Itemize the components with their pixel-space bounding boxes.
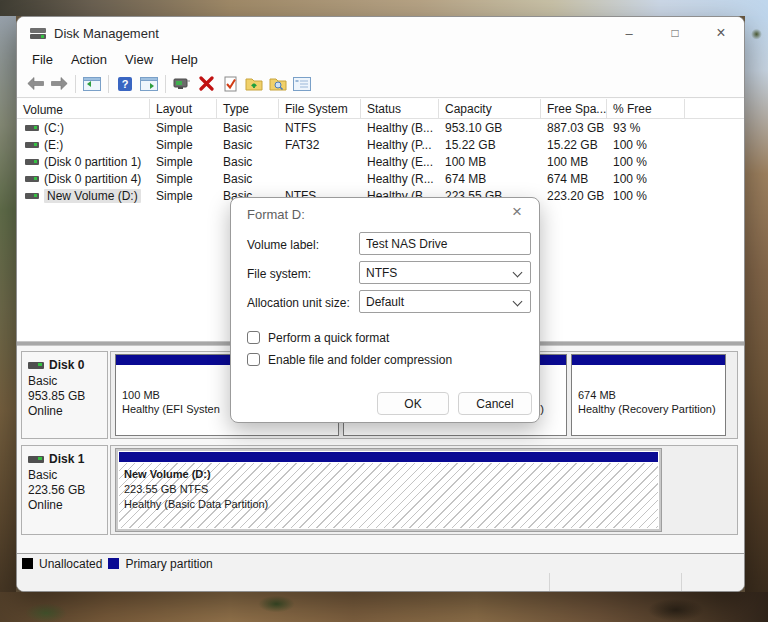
column-header-volume[interactable]: Volume <box>17 99 150 118</box>
disk-1-partitions: New Volume (D:) 223.55 GB NTFS Healthy (… <box>110 445 738 535</box>
cell-free-space: 100 MB <box>541 155 607 169</box>
dialog-close-icon[interactable]: × <box>507 202 527 222</box>
back-icon[interactable] <box>23 72 47 96</box>
disk-kind: Basic <box>28 374 107 389</box>
allocation-unit-label: Allocation unit size: <box>247 296 350 310</box>
volume-name: (E:) <box>44 138 63 152</box>
forward-icon[interactable] <box>47 72 71 96</box>
disk-status: Online <box>28 498 107 513</box>
cell-layout: Simple <box>150 138 217 152</box>
open-folder-icon[interactable] <box>242 72 266 96</box>
toolbar-separator <box>108 75 109 93</box>
cell-pct-free: 93 % <box>607 121 685 135</box>
menu-view[interactable]: View <box>116 50 162 69</box>
cell-layout: Simple <box>150 189 217 203</box>
format-dialog: Format D: × Volume label: File system: N… <box>230 197 540 423</box>
column-header-pct-free[interactable]: % Free <box>607 99 685 118</box>
wallpaper-bottom <box>0 592 768 622</box>
cell-pct-free: 100 % <box>607 189 685 203</box>
file-system-value: NTFS <box>366 266 397 280</box>
maximize-button[interactable]: □ <box>652 17 698 49</box>
toolbar-separator <box>165 75 166 93</box>
cell-type: Basic <box>217 155 279 169</box>
volume-label-label: Volume label: <box>247 238 319 252</box>
column-header-type[interactable]: Type <box>217 99 279 118</box>
primary-partition-swatch <box>108 558 119 569</box>
partition-new-volume[interactable]: New Volume (D:) 223.55 GB NTFS Healthy (… <box>115 448 662 532</box>
drive-icon <box>25 125 39 131</box>
window-title: Disk Management <box>54 26 159 41</box>
disk-status: Online <box>28 404 107 419</box>
disk-kind: Basic <box>28 468 107 483</box>
cell-status: Healthy (B... <box>361 121 439 135</box>
disk-name: Disk 0 <box>49 358 84 372</box>
toolbar-separator <box>75 75 76 93</box>
cell-capacity: 674 MB <box>439 172 541 186</box>
menu-help[interactable]: Help <box>162 50 207 69</box>
drive-icon <box>25 159 39 165</box>
ok-button[interactable]: OK <box>377 392 449 415</box>
partition-status: Healthy (EFI Systen <box>122 403 220 415</box>
cell-free-space: 223.20 GB <box>541 189 607 203</box>
disk-0-header[interactable]: Disk 0 Basic 953.85 GB Online <box>21 351 108 439</box>
table-row[interactable]: (E:) Simple Basic FAT32 Healthy (P... 15… <box>17 136 744 153</box>
quick-format-checkbox[interactable] <box>247 331 260 344</box>
volume-label-input[interactable] <box>359 232 531 255</box>
cell-file-system: NTFS <box>279 121 361 135</box>
allocation-unit-select[interactable]: Default <box>359 290 531 313</box>
help-icon[interactable]: ? <box>113 72 137 96</box>
drive-icon <box>25 193 39 199</box>
column-header-layout[interactable]: Layout <box>150 99 217 118</box>
explore-folder-icon[interactable] <box>266 72 290 96</box>
legend-bar: Unallocated Primary partition <box>17 553 744 573</box>
status-segment <box>681 573 744 592</box>
partition-recovery[interactable]: 674 MBHealthy (Recovery Partition) <box>571 354 726 436</box>
cell-free-space: 674 MB <box>541 172 607 186</box>
disk-1-header[interactable]: Disk 1 Basic 223.56 GB Online <box>21 445 108 535</box>
file-system-select[interactable]: NTFS <box>359 261 531 284</box>
cell-status: Healthy (R... <box>361 172 439 186</box>
show-action-pane-icon[interactable] <box>137 72 161 96</box>
drive-icon <box>25 142 39 148</box>
properties-list-icon[interactable] <box>290 72 314 96</box>
cell-pct-free: 100 % <box>607 138 685 152</box>
cancel-button[interactable]: Cancel <box>458 392 532 415</box>
wallpaper-left <box>0 16 16 622</box>
cell-pct-free: 100 % <box>607 172 685 186</box>
volume-name: New Volume (D:) <box>44 189 141 203</box>
column-header-file-system[interactable]: File System <box>279 99 361 118</box>
partition-status: ) <box>540 403 544 415</box>
menu-action[interactable]: Action <box>62 50 116 69</box>
close-button[interactable]: × <box>698 17 744 49</box>
check-document-icon[interactable] <box>218 72 242 96</box>
rescan-disks-icon[interactable] <box>170 72 194 96</box>
partition-size: 100 MB <box>122 389 160 401</box>
disk-name: Disk 1 <box>49 452 84 466</box>
volume-name: (C:) <box>44 121 64 135</box>
disk-1-row: Disk 1 Basic 223.56 GB Online New Volume… <box>21 445 738 535</box>
cell-capacity: 953.10 GB <box>439 121 541 135</box>
allocation-unit-value: Default <box>366 295 404 309</box>
compression-label: Enable file and folder compression <box>268 353 452 367</box>
legend-label: Primary partition <box>125 557 212 571</box>
cell-status: Healthy (E... <box>361 155 439 169</box>
legend-unallocated: Unallocated <box>22 557 102 571</box>
show-console-tree-icon[interactable] <box>80 72 104 96</box>
compression-checkbox[interactable] <box>247 353 260 366</box>
table-row[interactable]: (Disk 0 partition 1) Simple Basic Health… <box>17 153 744 170</box>
partition-color-bar <box>572 355 725 366</box>
column-header-free-space[interactable]: Free Spa... <box>541 99 607 118</box>
minimize-button[interactable]: – <box>606 17 652 49</box>
disk-size: 223.56 GB <box>28 483 107 498</box>
table-row[interactable]: (C:) Simple Basic NTFS Healthy (B... 953… <box>17 119 744 136</box>
toolbar: ? <box>17 70 744 98</box>
volume-name: (Disk 0 partition 4) <box>44 172 141 186</box>
column-header-status[interactable]: Status <box>361 99 439 118</box>
menu-file[interactable]: File <box>23 50 62 69</box>
cell-file-system: FAT32 <box>279 138 361 152</box>
partition-title: New Volume (D:) <box>124 468 211 480</box>
column-header-capacity[interactable]: Capacity <box>439 99 541 118</box>
delete-volume-icon[interactable] <box>194 72 218 96</box>
wallpaper-top <box>0 0 768 16</box>
table-row[interactable]: (Disk 0 partition 4) Simple Basic Health… <box>17 170 744 187</box>
